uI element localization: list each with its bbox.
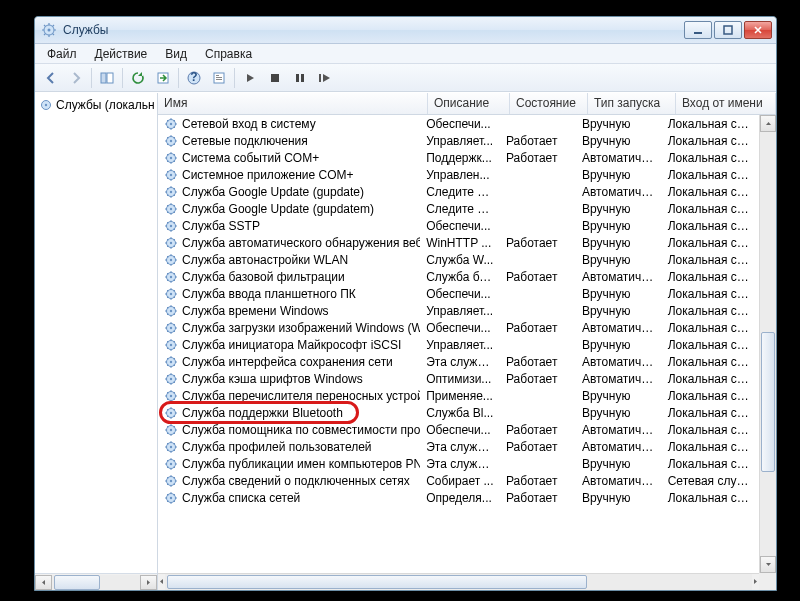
column-header-description[interactable]: Описание — [428, 93, 510, 114]
service-name: Служба перечислителя переносных устройст… — [182, 389, 420, 403]
menu-view[interactable]: Вид — [157, 45, 195, 63]
list-scroll-thumb[interactable] — [167, 575, 587, 589]
service-startup: Вручную — [576, 304, 662, 318]
service-logon: Локальная сис... — [662, 253, 759, 267]
service-icon — [164, 321, 178, 335]
service-row[interactable]: Служба ввода планшетного ПКОбеспечи...Вр… — [158, 285, 759, 302]
svg-rect-5 — [107, 73, 113, 83]
service-row[interactable]: Служба публикации имен компьютеров PNRPЭ… — [158, 455, 759, 472]
column-headers: Имя Описание Состояние Тип запуска Вход … — [158, 93, 776, 115]
restart-service-button[interactable] — [313, 66, 337, 90]
tree-root-services[interactable]: Службы (локальн — [37, 97, 155, 113]
start-service-button[interactable] — [238, 66, 262, 90]
service-icon — [164, 423, 178, 437]
service-startup: Вручную — [576, 168, 662, 182]
column-header-name[interactable]: Имя — [158, 93, 428, 114]
svg-point-24 — [170, 156, 172, 158]
properties-button[interactable] — [207, 66, 231, 90]
service-row[interactable]: Служба Google Update (gupdate)Следите за… — [158, 183, 759, 200]
menu-help[interactable]: Справка — [197, 45, 260, 63]
service-name: Служба публикации имен компьютеров PNRP — [182, 457, 420, 471]
column-header-state[interactable]: Состояние — [510, 93, 588, 114]
scroll-down-arrow[interactable] — [760, 556, 776, 573]
service-description: Управлен... — [420, 168, 500, 182]
svg-point-52 — [170, 394, 172, 396]
scroll-left-arrow[interactable] — [35, 575, 52, 590]
vertical-scroll-thumb[interactable] — [761, 332, 775, 472]
service-row[interactable]: Служба автонастройки WLANСлужба W...Вруч… — [158, 251, 759, 268]
service-row[interactable]: Служба профилей пользователейЭта служб..… — [158, 438, 759, 455]
service-icon — [164, 117, 178, 131]
service-name: Служба ввода планшетного ПК — [182, 287, 356, 301]
service-name: Служба помощника по совместимости програ… — [182, 423, 420, 437]
service-startup: Вручную — [576, 236, 662, 250]
service-row[interactable]: Служба помощника по совместимости програ… — [158, 421, 759, 438]
service-row[interactable]: Служба загрузки изображений Windows (WIA… — [158, 319, 759, 336]
service-logon: Локальная слу... — [662, 270, 759, 284]
service-startup: Вручную — [576, 202, 662, 216]
service-icon — [164, 236, 178, 250]
refresh-button[interactable] — [126, 66, 150, 90]
service-row[interactable]: Служба инициатора Майкрософт iSCSIУправл… — [158, 336, 759, 353]
menu-file[interactable]: Файл — [39, 45, 85, 63]
scroll-thumb[interactable] — [54, 575, 100, 590]
service-row[interactable]: Служба Google Update (gupdatem)Следите з… — [158, 200, 759, 217]
show-hide-tree-button[interactable] — [95, 66, 119, 90]
service-name: Система событий COM+ — [182, 151, 319, 165]
service-description: Эта служб... — [420, 457, 500, 471]
service-row[interactable]: Системное приложение COM+Управлен...Вруч… — [158, 166, 759, 183]
service-row[interactable]: Система событий COM+Поддержк...РаботаетА… — [158, 149, 759, 166]
list-scroll-right-arrow[interactable] — [752, 574, 759, 590]
service-row[interactable]: Служба поддержки BluetoothСлужба Bl...Вр… — [158, 404, 759, 421]
scroll-up-arrow[interactable] — [760, 115, 776, 132]
svg-point-64 — [170, 496, 172, 498]
pause-service-button[interactable] — [288, 66, 312, 90]
list-scroll-left-arrow[interactable] — [158, 574, 165, 590]
titlebar[interactable]: Службы — [35, 17, 776, 44]
service-name: Сетевые подключения — [182, 134, 308, 148]
svg-point-30 — [170, 207, 172, 209]
service-state: Работает — [500, 236, 576, 250]
service-row[interactable]: Служба списка сетейОпределя...РаботаетВр… — [158, 489, 759, 506]
svg-rect-14 — [296, 74, 299, 82]
service-row[interactable]: Служба кэша шрифтов WindowsОптимизи...Ра… — [158, 370, 759, 387]
service-row[interactable]: Служба базовой фильтрацииСлужба ба...Раб… — [158, 268, 759, 285]
service-row[interactable]: Служба сведений о подключенных сетяхСоби… — [158, 472, 759, 489]
service-row[interactable]: Сетевой вход в системуОбеспечи...Вручную… — [158, 115, 759, 132]
back-button[interactable] — [39, 66, 63, 90]
scroll-right-arrow[interactable] — [140, 575, 157, 590]
maximize-button[interactable] — [714, 21, 742, 39]
export-button[interactable] — [151, 66, 175, 90]
help-button[interactable]: ? — [182, 66, 206, 90]
minimize-button[interactable] — [684, 21, 712, 39]
service-description: Обеспечи... — [420, 117, 500, 131]
list-horizontal-scrollbar[interactable] — [158, 573, 759, 590]
close-button[interactable] — [744, 21, 772, 39]
stop-service-button[interactable] — [263, 66, 287, 90]
service-startup: Автоматиче... — [576, 321, 662, 335]
services-list-pane: Имя Описание Состояние Тип запуска Вход … — [158, 93, 776, 590]
tree-horizontal-scrollbar[interactable] — [35, 573, 157, 590]
svg-point-50 — [170, 377, 172, 379]
service-description: Служба Bl... — [420, 406, 500, 420]
service-row[interactable]: Служба времени WindowsУправляет...Вручну… — [158, 302, 759, 319]
forward-button[interactable] — [64, 66, 88, 90]
service-logon: Локальная слу... — [662, 321, 759, 335]
service-name: Служба списка сетей — [182, 491, 300, 505]
service-logon: Локальная слу... — [662, 406, 759, 420]
service-icon — [164, 406, 178, 420]
service-row[interactable]: Сетевые подключенияУправляет...РаботаетВ… — [158, 132, 759, 149]
service-name: Служба Google Update (gupdate) — [182, 185, 364, 199]
service-row[interactable]: Служба SSTPОбеспечи...ВручнуюЛокальная с… — [158, 217, 759, 234]
column-header-logon[interactable]: Вход от имени — [676, 93, 776, 114]
vertical-scrollbar[interactable] — [759, 115, 776, 573]
service-name: Системное приложение COM+ — [182, 168, 354, 182]
service-name: Служба времени Windows — [182, 304, 329, 318]
column-header-startup[interactable]: Тип запуска — [588, 93, 676, 114]
service-row[interactable]: Служба интерфейса сохранения сетиЭта слу… — [158, 353, 759, 370]
service-logon: Локальная слу... — [662, 491, 759, 505]
services-node-icon — [39, 98, 53, 112]
service-row[interactable]: Служба перечислителя переносных устройст… — [158, 387, 759, 404]
service-row[interactable]: Служба автоматического обнаружения веб-п… — [158, 234, 759, 251]
menu-action[interactable]: Действие — [87, 45, 156, 63]
